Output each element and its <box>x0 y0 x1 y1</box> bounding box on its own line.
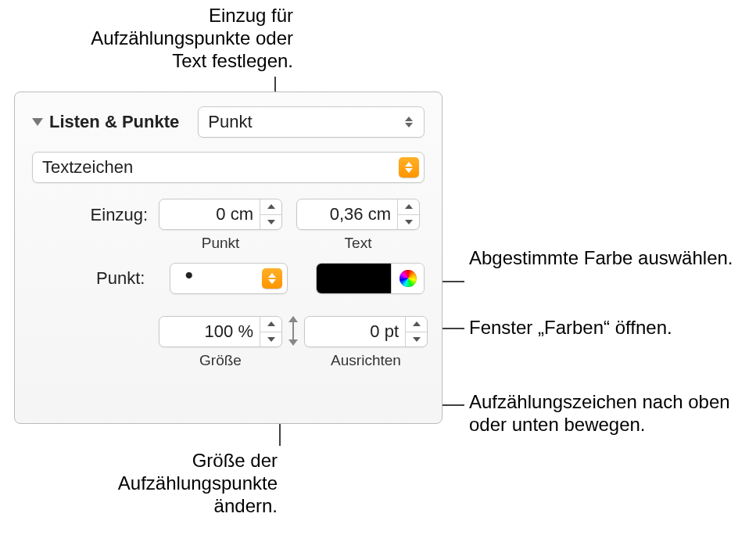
list-style-select[interactable]: Punkt <box>198 106 425 138</box>
bullet-label: Punkt: <box>32 268 145 289</box>
stepper-up[interactable] <box>406 317 427 332</box>
disclosure-triangle-icon[interactable] <box>32 118 43 126</box>
section-title: Listen & Punkte <box>49 112 179 132</box>
annotation-size: Größe der Aufzählungspunkte ändern. <box>59 450 278 517</box>
align-value: 0 pt <box>305 317 405 346</box>
indent-bullet-field[interactable]: 0 cm <box>159 199 282 230</box>
bullet-format-select[interactable]: Textzeichen <box>32 152 425 183</box>
stepper-down[interactable] <box>406 332 427 347</box>
indent-bullet-sublabel: Punkt <box>202 235 240 252</box>
indent-bullet-value: 0 cm <box>159 199 260 229</box>
lists-bullets-panel: Listen & Punkte Punkt Textzeichen Einzug… <box>14 92 442 424</box>
bullet-format-value: Textzeichen <box>42 157 133 178</box>
stepper-up[interactable] <box>260 317 281 332</box>
color-picker-button[interactable] <box>391 264 424 293</box>
size-value: 100 % <box>159 317 260 346</box>
stepper-down[interactable] <box>260 214 281 230</box>
list-style-value: Punkt <box>208 112 252 132</box>
annotation-color-swatch: Abgestimmte Farbe auswählen. <box>469 247 743 270</box>
size-sublabel: Größe <box>199 352 242 369</box>
bullet-glyph-select[interactable]: • <box>170 263 288 294</box>
annotation-color-picker: Fenster „Farben“ öffnen. <box>469 317 743 339</box>
indent-label: Einzug: <box>32 205 148 225</box>
stepper-up[interactable] <box>398 199 419 214</box>
chevrons-icon <box>399 112 419 132</box>
align-field[interactable]: 0 pt <box>304 316 428 347</box>
color-swatch[interactable] <box>317 264 391 293</box>
indent-text-sublabel: Text <box>345 235 372 252</box>
stepper-down[interactable] <box>260 332 281 347</box>
color-wheel-icon <box>399 270 417 287</box>
stepper-down[interactable] <box>398 214 419 230</box>
chevrons-icon <box>399 157 419 178</box>
annotation-align: Aufzählungszeichen nach oben oder unten … <box>469 391 756 436</box>
annotation-indent: Einzug für Aufzählungspunkte oder Text f… <box>74 5 293 72</box>
indent-text-value: 0,36 cm <box>297 199 397 229</box>
size-field[interactable]: 100 % <box>159 316 282 347</box>
chevrons-icon <box>262 268 282 289</box>
stepper-up[interactable] <box>260 199 281 214</box>
align-sublabel: Ausrichten <box>331 352 401 369</box>
indent-text-field[interactable]: 0,36 cm <box>296 199 420 230</box>
